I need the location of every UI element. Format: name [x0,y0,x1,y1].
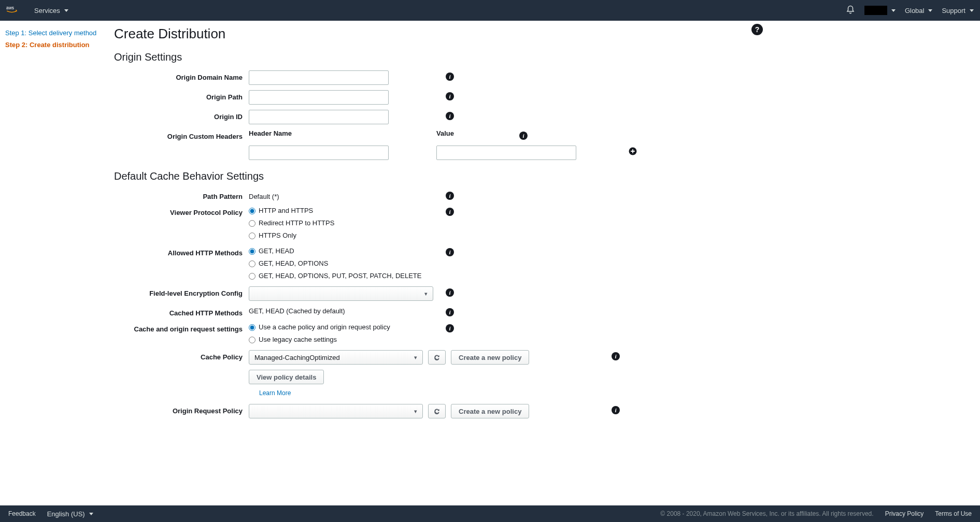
origin-path-label: Origin Path [114,90,249,101]
info-icon[interactable]: i [446,288,454,297]
feedback-link[interactable]: Feedback [8,510,36,517]
allowed-methods-all[interactable] [249,273,255,280]
chevron-down-icon: ▾ [414,408,417,415]
header-value-col: Value [436,129,514,137]
services-menu[interactable]: Services [34,7,68,15]
viewer-protocol-https-only[interactable] [249,233,255,239]
services-label: Services [34,7,60,15]
info-icon[interactable]: i [446,208,454,216]
info-icon[interactable]: i [446,72,454,81]
fle-label: Field-level Encryption Config [114,286,249,297]
cache-policy-select[interactable]: Managed-CachingOptimized▾ [249,350,423,365]
wizard-step-2[interactable]: Step 2: Create distribution [5,41,109,49]
cache-settings-policy[interactable] [249,324,255,331]
svg-text:aws: aws [6,5,14,10]
cache-settings-legacy[interactable] [249,337,255,343]
footer: Feedback English (US) © 2008 - 2020, Ama… [0,505,980,522]
behavior-heading: Default Cache Behavior Settings [114,170,762,182]
viewer-protocol-label: Viewer Protocol Policy [114,206,249,216]
cache-policy-label: Cache Policy [114,350,249,361]
chevron-down-icon: ▾ [414,354,417,361]
header-name-input[interactable] [249,146,389,160]
fle-select[interactable]: ▾ [249,286,433,301]
support-label: Support [942,7,965,15]
copyright-text: © 2008 - 2020, Amazon Web Services, Inc.… [660,510,873,517]
origin-domain-label: Origin Domain Name [114,70,249,81]
caret-down-icon [928,9,932,12]
allowed-methods-get-head-options[interactable] [249,260,255,267]
info-icon[interactable]: i [446,324,454,332]
main-content: ? Create Distribution Origin Settings Or… [114,21,767,505]
allowed-methods-get-head[interactable] [249,248,255,255]
viewer-protocol-http-https[interactable] [249,208,255,214]
page-title: Create Distribution [114,26,762,42]
region-menu[interactable]: Global [905,7,933,15]
info-icon[interactable]: i [446,112,454,120]
origin-domain-input[interactable] [249,70,389,85]
chevron-down-icon: ▾ [424,291,428,297]
refresh-cache-policy-button[interactable] [428,350,446,365]
notifications-icon[interactable] [846,5,855,16]
page-help-button[interactable]: ? [751,24,763,35]
origin-id-label: Origin ID [114,110,249,121]
learn-more-link[interactable]: Learn More [259,389,291,397]
cached-methods-value: GET, HEAD (Cached by default) [249,306,441,315]
refresh-icon [433,408,441,415]
aws-logo[interactable]: aws [6,5,25,16]
origin-path-input[interactable] [249,90,389,105]
info-icon[interactable]: i [446,192,454,200]
support-menu[interactable]: Support [942,7,974,15]
viewer-protocol-redirect[interactable] [249,220,255,227]
add-header-button[interactable] [628,150,637,157]
caret-down-icon [970,9,974,12]
view-policy-details-button[interactable]: View policy details [249,370,324,384]
info-icon[interactable]: i [519,132,528,140]
region-label: Global [905,7,925,15]
caret-down-icon [89,513,93,515]
origin-request-policy-label: Origin Request Policy [114,404,249,415]
caret-down-icon [64,9,68,12]
info-icon[interactable]: i [446,248,454,256]
refresh-icon [433,354,441,361]
info-icon[interactable]: i [446,92,454,100]
origin-id-input[interactable] [249,110,389,124]
create-cache-policy-button[interactable]: Create a new policy [451,350,529,365]
wizard-sidebar: Step 1: Select delivery method Step 2: C… [0,21,114,505]
create-origin-request-policy-button[interactable]: Create a new policy [451,404,529,418]
caret-down-icon [891,9,896,12]
language-menu[interactable]: English (US) [47,510,93,518]
custom-headers-label: Origin Custom Headers [114,129,249,140]
cache-settings-label: Cache and origin request settings [114,322,249,333]
account-menu[interactable] [864,6,896,15]
origin-settings-heading: Origin Settings [114,51,762,63]
refresh-origin-request-policy-button[interactable] [428,404,446,418]
header-value-input[interactable] [436,146,576,160]
cached-methods-label: Cached HTTP Methods [114,306,249,317]
topbar: aws Services Global Support [0,0,980,21]
account-name-redacted [864,6,887,15]
info-icon[interactable]: i [612,352,620,360]
path-pattern-value: Default (*) [249,190,441,200]
info-icon[interactable]: i [446,308,454,316]
terms-of-use-link[interactable]: Terms of Use [935,510,972,517]
privacy-policy-link[interactable]: Privacy Policy [885,510,924,517]
info-icon[interactable]: i [612,406,620,414]
wizard-step-1[interactable]: Step 1: Select delivery method [5,29,109,37]
allowed-methods-label: Allowed HTTP Methods [114,246,249,257]
origin-request-policy-select[interactable]: ▾ [249,404,423,418]
path-pattern-label: Path Pattern [114,190,249,200]
header-name-col: Header Name [249,129,436,137]
